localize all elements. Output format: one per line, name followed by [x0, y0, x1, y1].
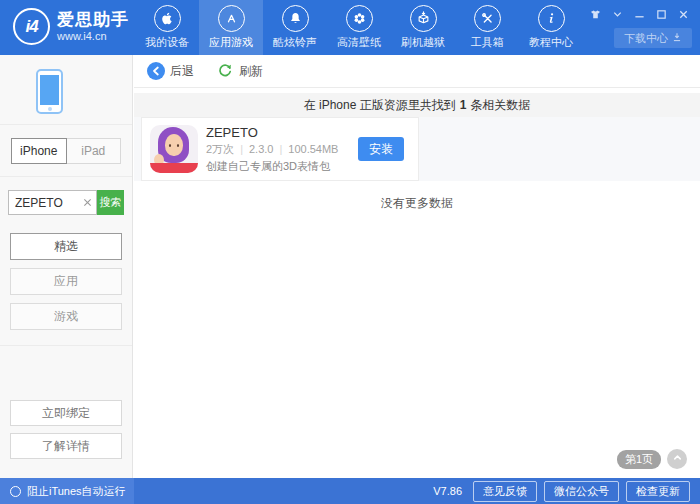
- learn-details-button[interactable]: 了解详情: [10, 433, 122, 459]
- category-featured[interactable]: 精选: [10, 233, 122, 260]
- chevron-up-icon: [672, 452, 683, 466]
- info-icon: [538, 5, 565, 32]
- nav-label: 酷炫铃声: [273, 35, 317, 50]
- i4-assistant-window: i4 爱思助手 www.i4.cn 我的设备 应用游戏: [0, 0, 700, 504]
- nav-flash-jailbreak[interactable]: 刷机越狱: [391, 0, 455, 55]
- i4-logo-icon: i4: [13, 8, 50, 45]
- status-bar: 阻止iTunes自动运行 V7.86 意见反馈 微信公众号 检查更新: [0, 478, 700, 504]
- refresh-button[interactable]: 刷新: [216, 62, 263, 80]
- tools-icon: [474, 5, 501, 32]
- search-result-banner: 在 iPhone 正版资源里共找到 1 条相关数据: [134, 93, 700, 117]
- nav-label: 工具箱: [471, 35, 504, 50]
- nav-label: 应用游戏: [209, 35, 253, 50]
- nav-wallpapers[interactable]: 高清壁纸: [327, 0, 391, 55]
- block-itunes-toggle[interactable]: 阻止iTunes自动运行: [0, 478, 134, 504]
- app-title: 爱思助手: [57, 10, 129, 30]
- refresh-icon: [216, 62, 234, 80]
- result-count: 1: [460, 98, 467, 112]
- nav-apps-games[interactable]: 应用游戏: [199, 0, 263, 55]
- device-type-toggle: iPhone iPad: [0, 125, 132, 177]
- nav-toolbox[interactable]: 工具箱: [455, 0, 519, 55]
- wechat-account-button[interactable]: 微信公众号: [544, 481, 619, 502]
- version-label: V7.86: [433, 485, 462, 497]
- scroll-to-top-button[interactable]: [667, 449, 687, 469]
- tab-iphone[interactable]: iPhone: [11, 138, 67, 164]
- clear-search-icon[interactable]: [78, 194, 96, 212]
- download-center-button[interactable]: 下载中心: [614, 28, 692, 48]
- category-games[interactable]: 游戏: [10, 303, 122, 330]
- app-logo: i4 爱思助手 www.i4.cn: [13, 8, 129, 45]
- bind-now-button[interactable]: 立即绑定: [10, 400, 122, 426]
- result-list: ZEPETO 2万次 | 2.3.0 | 100.54MB 创建自己专属的3D表…: [134, 117, 700, 181]
- zepeto-app-icon: [150, 125, 198, 173]
- content-toolbar: 后退 刷新: [134, 55, 700, 88]
- chevron-down-icon[interactable]: [611, 8, 624, 21]
- nav-label: 教程中心: [529, 35, 573, 50]
- app-meta: 2万次 | 2.3.0 | 100.54MB: [206, 141, 338, 158]
- category-list: 精选 应用 游戏: [0, 232, 132, 346]
- app-downloads: 2万次: [206, 141, 234, 158]
- window-controls: [589, 8, 690, 21]
- nav-tutorials[interactable]: 教程中心: [519, 0, 583, 55]
- nav-label: 我的设备: [145, 35, 189, 50]
- radio-icon[interactable]: [10, 486, 21, 497]
- check-update-button[interactable]: 检查更新: [626, 481, 690, 502]
- nav-label: 高清壁纸: [337, 35, 381, 50]
- sidebar: iPhone iPad 搜索 精选 应用 游戏 立即绑定 了解详情: [0, 55, 133, 478]
- pager: 第1页: [617, 449, 687, 469]
- no-more-data-text: 没有更多数据: [134, 195, 700, 212]
- main-content: 后退 刷新 在 iPhone 正版资源里共找到 1 条相关数据: [134, 55, 700, 478]
- maximize-icon[interactable]: [655, 8, 668, 21]
- app-version: 2.3.0: [249, 141, 273, 158]
- app-card-zepeto[interactable]: ZEPETO 2万次 | 2.3.0 | 100.54MB 创建自己专属的3D表…: [141, 117, 419, 181]
- search-box: [8, 190, 97, 215]
- flower-icon: [346, 5, 373, 32]
- back-icon: [147, 62, 165, 80]
- nav-ringtones[interactable]: 酷炫铃声: [263, 0, 327, 55]
- page-badge: 第1页: [617, 450, 661, 469]
- search-button[interactable]: 搜索: [97, 190, 124, 215]
- skin-icon[interactable]: [589, 8, 602, 21]
- box-icon: [410, 5, 437, 32]
- back-button[interactable]: 后退: [147, 62, 194, 80]
- minimize-icon[interactable]: [633, 8, 646, 21]
- tab-ipad[interactable]: iPad: [67, 138, 122, 164]
- search-bar: 搜索: [0, 177, 132, 232]
- iphone-device-icon[interactable]: [36, 69, 63, 114]
- close-icon[interactable]: [677, 8, 690, 21]
- refresh-label: 刷新: [239, 63, 263, 80]
- header: i4 爱思助手 www.i4.cn 我的设备 应用游戏: [0, 0, 700, 55]
- nav-my-devices[interactable]: 我的设备: [135, 0, 199, 55]
- app-url: www.i4.cn: [57, 30, 129, 43]
- app-name: ZEPETO: [206, 124, 338, 141]
- apple-icon: [154, 5, 181, 32]
- back-label: 后退: [170, 63, 194, 80]
- feedback-button[interactable]: 意见反馈: [473, 481, 537, 502]
- device-panel: [0, 55, 132, 125]
- result-suffix: 条相关数据: [470, 97, 530, 114]
- bell-icon: [282, 5, 309, 32]
- sidebar-bottom-actions: 立即绑定 了解详情: [0, 400, 132, 478]
- install-button[interactable]: 安装: [358, 137, 404, 161]
- app-size: 100.54MB: [288, 141, 338, 158]
- main-nav: 我的设备 应用游戏 酷炫铃声 高清壁纸: [135, 0, 583, 55]
- search-input[interactable]: [9, 196, 78, 210]
- download-center-label: 下载中心: [624, 31, 668, 46]
- app-description: 创建自己专属的3D表情包: [206, 158, 338, 175]
- download-icon: [672, 32, 682, 44]
- appstore-icon: [218, 5, 245, 32]
- nav-label: 刷机越狱: [401, 35, 445, 50]
- result-prefix: 在 iPhone 正版资源里共找到: [304, 97, 456, 114]
- block-itunes-label: 阻止iTunes自动运行: [27, 484, 126, 499]
- category-apps[interactable]: 应用: [10, 268, 122, 295]
